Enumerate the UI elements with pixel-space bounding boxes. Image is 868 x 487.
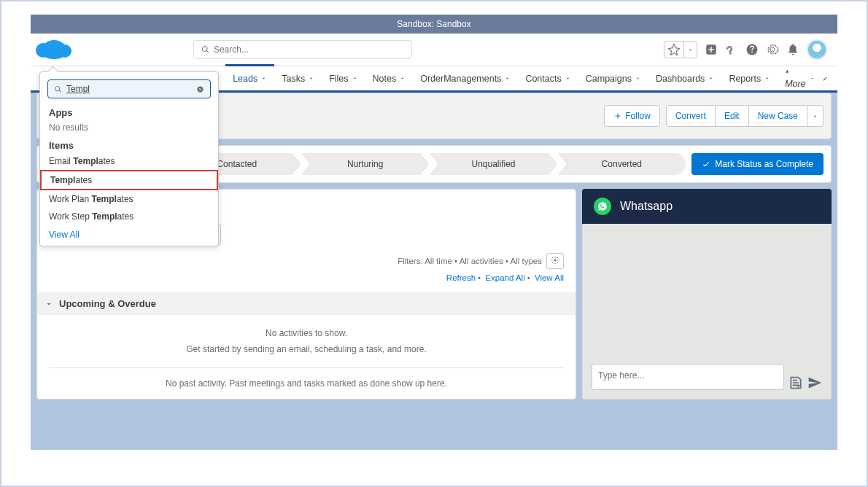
refresh-link[interactable]: Refresh — [446, 273, 476, 282]
template-icon[interactable] — [788, 375, 803, 390]
whatsapp-body — [582, 224, 832, 400]
chevron-down-icon — [399, 75, 406, 82]
gear-icon[interactable] — [766, 43, 779, 56]
chevron-down-icon — [812, 113, 818, 120]
bell-icon[interactable] — [786, 43, 799, 56]
chevron-down-icon — [810, 75, 815, 82]
whatsapp-header: Whatsapp — [582, 189, 832, 224]
check-icon — [702, 160, 710, 168]
favorites-control[interactable] — [664, 41, 697, 58]
global-header — [31, 34, 837, 66]
user-avatar[interactable] — [807, 39, 827, 60]
new-case-button[interactable]: New Case — [749, 105, 807, 127]
chevron-down-icon — [44, 300, 53, 308]
filters-label: Filters: All time • All activities • All… — [398, 257, 542, 265]
launcher-search[interactable] — [47, 79, 211, 98]
sandbox-banner: Sandbox: Sandbox — [31, 15, 837, 34]
activity-links: Refresh• Expand All• View All — [49, 273, 564, 282]
chevron-down-icon — [308, 75, 314, 82]
stage-nurturing[interactable]: Nurturing — [301, 153, 430, 175]
nav-ordermanagements[interactable]: OrderManagements — [413, 66, 518, 92]
more-actions-button[interactable] — [807, 105, 824, 127]
whatsapp-title: Whatsapp — [620, 200, 673, 213]
mark-complete-button[interactable]: Mark Status as Complete — [691, 153, 824, 175]
svg-point-3 — [554, 260, 557, 262]
follow-button[interactable]: Follow — [604, 105, 660, 127]
launcher-no-results: No results — [40, 120, 218, 137]
divider — [49, 367, 564, 368]
launcher-view-all[interactable]: View All — [40, 225, 218, 241]
edit-button[interactable]: Edit — [716, 105, 749, 127]
nav-leads[interactable]: Leads — [225, 64, 274, 90]
chevron-down-icon — [504, 75, 511, 82]
send-icon[interactable] — [807, 375, 822, 390]
chevron-down-icon — [635, 75, 641, 82]
nav-campaigns[interactable]: Campaigns — [578, 66, 648, 92]
nav-notes[interactable]: Notes — [365, 66, 414, 92]
nav-files[interactable]: Files — [322, 66, 365, 92]
clear-icon[interactable] — [196, 85, 204, 93]
question-icon[interactable] — [745, 43, 759, 56]
gear-icon — [551, 256, 559, 265]
whatsapp-icon — [594, 198, 611, 215]
pencil-icon[interactable] — [823, 74, 827, 84]
upcoming-header[interactable]: Upcoming & Overdue — [37, 292, 576, 315]
view-all-link[interactable]: View All — [535, 273, 564, 282]
launcher-apps-label: Apps — [40, 104, 218, 120]
nav-dashboards[interactable]: Dashboards — [648, 66, 721, 92]
chevron-down-icon — [708, 75, 714, 82]
salesforce-logo — [41, 40, 67, 59]
empty-activities-line2: Get started by sending an email, schedul… — [49, 344, 564, 354]
chevron-down-icon — [352, 75, 358, 82]
launcher-item-work-plan-templates[interactable]: Work Plan Templates — [40, 190, 218, 208]
stage-converted[interactable]: Converted — [557, 153, 686, 175]
expand-all-link[interactable]: Expand All — [485, 273, 524, 282]
chevron-down-icon — [260, 75, 267, 82]
stage-unqualified[interactable]: Unqualified — [430, 153, 558, 175]
nav-more[interactable]: * More — [778, 66, 822, 92]
salesforce-help-icon[interactable] — [725, 43, 738, 56]
launcher-search-input[interactable] — [66, 84, 196, 94]
launcher-item-work-step-templates[interactable]: Work Step Templates — [40, 208, 218, 225]
launcher-item-email-templates[interactable]: Email Templates — [40, 152, 218, 170]
launcher-items-label: Items — [40, 137, 218, 152]
search-icon — [201, 45, 209, 54]
nav-contacts[interactable]: Contacts — [518, 66, 578, 92]
whatsapp-input[interactable] — [592, 364, 784, 390]
nav-tasks[interactable]: Tasks — [274, 66, 322, 92]
add-icon[interactable] — [705, 43, 718, 56]
filter-settings-button[interactable] — [546, 253, 564, 269]
chevron-down-icon — [764, 75, 770, 82]
empty-activities-line1: No activities to show. — [49, 315, 564, 344]
search-icon — [54, 85, 62, 93]
nav-reports[interactable]: Reports — [721, 66, 778, 92]
chevron-down-icon — [687, 47, 694, 53]
convert-button[interactable]: Convert — [666, 105, 716, 127]
chevron-down-icon — [565, 75, 571, 82]
launcher-item-templates[interactable]: Templates — [40, 170, 218, 190]
app-launcher-dropdown: Apps No results Items Email Templates Te… — [39, 71, 219, 246]
global-search-input[interactable] — [214, 44, 404, 55]
global-search[interactable] — [193, 40, 412, 59]
past-activity-text: No past activity. Past meetings and task… — [49, 378, 564, 389]
star-icon — [667, 43, 681, 56]
